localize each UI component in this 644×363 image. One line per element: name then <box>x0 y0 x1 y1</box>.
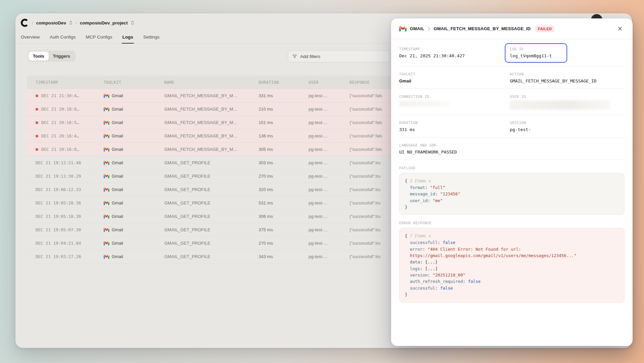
log-user: pg-test-… <box>309 227 350 232</box>
close-icon <box>618 26 622 31</box>
divider <box>399 160 625 160</box>
field-action: ACTIONGMAIL_FETCH_MESSAGE_BY_MESSAGE_ID <box>510 72 625 83</box>
panel-body: TIMESTAMPDec 21, 2025 21:30:40.427LOG ID… <box>391 39 633 311</box>
code-line: version: "20251218_00" <box>405 272 619 278</box>
log-timestamp-cell: DEC 21 20:16:0… <box>27 147 104 152</box>
toolkit-name: Gmail <box>112 241 123 246</box>
page: { "colors": { "accent_highlight": "#2f53… <box>0 0 644 363</box>
log-timestamp: DEC 21 19:11:30.29 <box>36 174 81 179</box>
log-timestamp: DEC 21 20:16:0… <box>41 147 79 152</box>
failed-status-dot <box>36 95 38 97</box>
detail-field-row: TIMESTAMPDec 21, 2025 21:30:40.427LOG ID… <box>399 41 625 66</box>
gmail-icon <box>104 174 109 178</box>
failed-status-dot <box>36 121 38 124</box>
field-log-id[interactable]: LOG IDlog_tVqomBgg11-t <box>505 43 567 63</box>
column-header-timestamp[interactable]: TIMESTAMP <box>27 80 104 85</box>
project-switcher-icon[interactable] <box>131 20 134 25</box>
log-user: pg-test-… <box>309 147 350 152</box>
toolkit-name: Gmail <box>112 227 123 232</box>
column-header-name[interactable]: NAME <box>164 80 259 85</box>
code-line: { 3 Items ∨ <box>405 178 619 184</box>
log-duration: 375 ms <box>259 227 309 232</box>
tab-mcp-configs[interactable]: MCP Configs <box>86 32 112 43</box>
gmail-icon <box>104 228 109 232</box>
code-line: format: "full" <box>405 184 619 191</box>
chevron-right-icon <box>428 27 430 31</box>
gmail-icon <box>104 201 109 205</box>
code-line: user_id: "me" <box>405 197 619 204</box>
failed-status-dot <box>36 135 38 137</box>
column-header-toolkit[interactable]: TOOLKIT <box>104 80 164 85</box>
column-header-user[interactable]: USER <box>309 80 350 85</box>
field-value: GMAIL_FETCH_MESSAGE_BY_MESSAGE_ID <box>510 78 625 83</box>
payload-label: PAYLOAD <box>399 166 625 170</box>
tab-overview[interactable]: Overview <box>21 32 40 43</box>
log-timestamp: DEC 21 19:03:27.28 <box>36 254 81 259</box>
log-name: GMAIL_FETCH_MESSAGE_BY_M… <box>164 93 259 98</box>
code-line: successful: false <box>405 285 619 291</box>
tab-settings[interactable]: Settings <box>143 32 160 43</box>
log-user: pg-test-… <box>309 107 350 112</box>
log-name: GMAIL_FETCH_MESSAGE_BY_M… <box>164 107 259 112</box>
add-filters-button[interactable]: Add filters <box>288 50 390 62</box>
tab-auth-configs[interactable]: Auth Configs <box>50 32 75 43</box>
log-toolkit-cell: Gmail <box>104 200 164 205</box>
panel-action-title: GMAIL_FETCH_MESSAGE_BY_MESSAGE_ID <box>434 26 531 31</box>
field-value: UI NO_FRAMEWORK_PASSED <box>399 149 625 155</box>
org-name[interactable]: composioDev <box>36 20 66 25</box>
log-timestamp-cell: DEC 21 21:30:4… <box>27 93 104 98</box>
detail-field-row: CONNECTION IDUSER ID <box>399 89 625 115</box>
log-name: GMAIL_GET_PROFILE <box>164 214 259 219</box>
segment-triggers[interactable]: Triggers <box>49 52 74 61</box>
toolkit-name: Gmail <box>112 187 123 192</box>
detail-field-row: TOOLKITGmailACTIONGMAIL_FETCH_MESSAGE_BY… <box>399 66 625 88</box>
log-toolkit-cell: Gmail <box>104 120 164 125</box>
gmail-icon <box>104 107 109 111</box>
project-name[interactable]: composioDev_project <box>80 20 128 25</box>
redacted-value <box>399 101 449 107</box>
error-response-json-viewer[interactable]: { 7 Items ∨ successfull: false error: "4… <box>399 228 625 302</box>
detail-field-row: LANGUAGE AND SDKUI NO_FRAMEWORK_PASSED <box>399 137 625 160</box>
gmail-icon <box>104 214 109 219</box>
segment-tools[interactable]: Tools <box>29 52 49 61</box>
log-user: pg-test-… <box>309 214 350 219</box>
field-label: LANGUAGE AND SDK <box>399 143 625 147</box>
column-header-duration[interactable]: DURATION <box>259 80 309 85</box>
detail-fields: TIMESTAMPDec 21, 2025 21:30:40.427LOG ID… <box>399 41 625 160</box>
field-label: LOG ID <box>510 47 562 51</box>
log-timestamp: DEC 21 20:16:4… <box>41 133 79 138</box>
gmail-icon <box>104 94 109 98</box>
field-label: DURATION <box>399 121 510 125</box>
field-value: log_tVqomBgg11-t <box>510 53 562 58</box>
log-timestamp-cell: DEC 21 19:05:07.30 <box>27 227 104 232</box>
toolkit-name: Gmail <box>112 214 123 219</box>
log-timestamp: DEC 21 19:04:21.84 <box>36 241 81 246</box>
payload-json-viewer[interactable]: { 3 Items ∨ format: "full" message_id: "… <box>399 173 625 215</box>
log-detail-panel: GMAIL GMAIL_FETCH_MESSAGE_BY_MESSAGE_ID … <box>391 18 633 346</box>
log-timestamp-cell: DEC 21 19:04:21.84 <box>27 241 104 246</box>
panel-header: GMAIL GMAIL_FETCH_MESSAGE_BY_MESSAGE_ID … <box>391 18 633 39</box>
log-timestamp-cell: DEC 21 20:18:0… <box>27 107 104 112</box>
gmail-icon <box>104 254 109 259</box>
composio-logo-icon[interactable] <box>21 19 29 27</box>
log-name: GMAIL_GET_PROFILE <box>164 227 259 232</box>
failed-status-dot <box>36 148 38 151</box>
field-session: SESSIONpg-test- <box>510 121 625 132</box>
field-label: ACTION <box>510 72 625 76</box>
panel-toolkit-label: GMAIL <box>410 26 424 31</box>
tab-logs[interactable]: Logs <box>122 32 133 43</box>
gmail-icon <box>104 147 109 152</box>
code-line: logs: [...] <box>405 265 619 272</box>
log-toolkit-cell: Gmail <box>104 241 164 246</box>
log-toolkit-cell: Gmail <box>104 147 164 152</box>
toolkit-name: Gmail <box>112 160 123 165</box>
field-value: Dec 21, 2025 21:30:40.427 <box>399 53 510 58</box>
code-line: successfull: false <box>405 239 619 246</box>
field-user-id: USER ID <box>510 95 625 110</box>
log-duration: 305 ms <box>259 147 309 152</box>
log-timestamp: DEC 21 19:05:07.30 <box>36 227 81 232</box>
org-switcher-icon[interactable] <box>69 20 72 25</box>
log-toolkit-cell: Gmail <box>104 254 164 259</box>
breadcrumb-separator: / <box>75 20 77 25</box>
close-button[interactable] <box>615 24 625 34</box>
